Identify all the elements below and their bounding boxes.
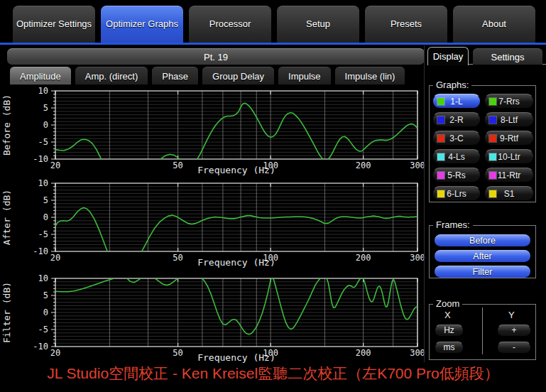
optimizer-app: Optimizer Settings Optimizer Graphs Proc…: [0, 0, 546, 392]
measurement-point-title: Pt. 19: [7, 48, 425, 65]
x-tick-label: 300: [410, 253, 425, 263]
tab-amplitude[interactable]: Amplitude: [10, 67, 71, 85]
y-tick-label: -10: [33, 342, 48, 352]
x-tick-label: 200: [356, 160, 371, 170]
channel-color-chip: [437, 116, 444, 124]
channel-button-5-Rs[interactable]: 5-Rs: [432, 168, 481, 183]
tab-phase[interactable]: Phase: [152, 67, 198, 85]
channel-button-6-Lrs[interactable]: 6-Lrs: [432, 186, 481, 201]
x-tick-label: 200: [356, 253, 371, 263]
zoom-x-hz-button[interactable]: Hz: [435, 325, 464, 337]
tab-about[interactable]: About: [453, 6, 535, 43]
after-response-graph: 1050-5-102050100200300Frequency (Hz)Afte…: [0, 176, 426, 268]
tab-processor[interactable]: Processor: [189, 6, 271, 43]
tab-group-delay[interactable]: Group Delay: [202, 67, 274, 85]
y-tick-label: 10: [38, 178, 48, 188]
y-tick-label: 0: [43, 212, 48, 222]
y-tick-label: 10: [38, 273, 48, 283]
y-tick-label: -5: [38, 325, 48, 334]
channel-button-grid: 1-L 7-Rrs 2-R 8-Ltf 3-C 9-Rtf 4-Ls 10-Lt…: [430, 86, 535, 201]
channel-color-chip: [489, 135, 496, 142]
channel-button-7-Rrs[interactable]: 7-Rrs: [484, 94, 534, 109]
channel-color-chip: [489, 116, 496, 124]
channel-button-label: 1-L: [450, 97, 462, 107]
channel-color-chip: [437, 153, 444, 160]
frame-button-before[interactable]: Before: [435, 234, 530, 246]
tab-presets[interactable]: Presets: [365, 6, 447, 43]
zoom-panel-divider: [482, 307, 483, 354]
x-tick-label: 300: [410, 160, 425, 170]
y-tick-label: 5: [43, 103, 48, 113]
channel-button-S1[interactable]: S1: [484, 186, 534, 201]
point-title-label: Pt. 19: [204, 52, 228, 62]
frame-button-filter[interactable]: Filter: [435, 266, 530, 278]
tab-setup[interactable]: Setup: [277, 6, 359, 43]
channel-button-11-Rtr[interactable]: 11-Rtr: [484, 168, 534, 183]
y-tick-label: 0: [43, 307, 48, 317]
x-tick-label: 20: [50, 160, 60, 170]
tab-settings[interactable]: Settings: [473, 48, 542, 65]
tab-optimizer-settings[interactable]: Optimizer Settings: [13, 6, 95, 43]
channel-color-chip: [437, 172, 444, 179]
y-tick-label: 5: [43, 290, 48, 300]
tab-impulse-lin[interactable]: Impulse (lin): [335, 67, 405, 85]
graphs-panel-legend: Graphs:: [433, 80, 471, 90]
channel-color-chip: [489, 153, 496, 160]
y-axis-title: Before (dB): [1, 94, 12, 156]
x-axis-title: Frequency (Hz): [197, 257, 275, 268]
tab-display[interactable]: Display: [427, 47, 469, 65]
y-tick-label: -5: [38, 229, 48, 239]
y-tick-label: 5: [43, 195, 48, 205]
channel-button-4-Ls[interactable]: 4-Ls: [432, 149, 481, 164]
tab-amp-direct[interactable]: Amp. (direct): [75, 67, 148, 85]
channel-button-8-Ltf[interactable]: 8-Ltf: [484, 112, 534, 127]
x-tick-label: 20: [50, 253, 60, 263]
channel-button-label: 2-R: [449, 115, 463, 125]
x-axis-title: Frequency (Hz): [197, 165, 275, 175]
channel-button-label: 4-Ls: [448, 152, 464, 162]
frames-button-list: Before After Filter: [430, 226, 535, 278]
zoom-panel-legend: Zoom: [433, 298, 462, 309]
channel-button-3-C[interactable]: 3-C: [432, 131, 481, 146]
panel-tab-bar: Display Settings: [427, 47, 546, 65]
y-tick-label: -10: [33, 154, 48, 164]
channel-color-chip: [437, 98, 444, 105]
channel-button-2-R[interactable]: 2-R: [432, 112, 481, 127]
channel-button-label: 8-Ltf: [501, 115, 518, 125]
filter-response-graph: 1050-5-102050100200300Frequency (Hz)Filt…: [0, 271, 426, 364]
session-caption: JL Studio空間校正 - Ken Kreisel監聽二次校正（左K700 …: [0, 364, 546, 383]
zoom-y-minus-button[interactable]: -: [497, 342, 531, 354]
channel-button-9-Rtf[interactable]: 9-Rtf: [484, 131, 534, 146]
y-tick-label: -10: [33, 246, 48, 256]
zoom-y-plus-button[interactable]: +: [497, 325, 531, 337]
y-tick-label: 10: [38, 86, 48, 96]
channel-button-1-L[interactable]: 1-L: [432, 94, 481, 109]
channel-button-label: 3-C: [449, 134, 463, 143]
channel-button-label: 9-Rtf: [500, 134, 518, 143]
channel-color-chip: [437, 135, 444, 142]
tab-optimizer-graphs[interactable]: Optimizer Graphs: [101, 6, 183, 43]
x-tick-label: 50: [173, 253, 182, 263]
y-tick-label: 0: [43, 120, 48, 130]
channel-color-chip: [437, 190, 444, 197]
x-tick-label: 50: [173, 348, 182, 358]
y-axis-title: After (dB): [1, 190, 12, 245]
zoom-y-axis-label: Y: [508, 310, 515, 320]
panel-divider: [424, 45, 425, 362]
y-tick-label: -5: [38, 137, 48, 147]
channel-button-10-Ltr[interactable]: 10-Ltr: [484, 149, 534, 164]
x-tick-label: 200: [356, 348, 371, 358]
zoom-panel: Zoom X Y Hz ms + -: [429, 304, 536, 360]
tab-impulse[interactable]: Impulse: [278, 67, 331, 85]
channel-button-label: 6-Lrs: [447, 189, 466, 199]
channel-color-chip: [489, 190, 496, 197]
main-tab-bar: Optimizer Settings Optimizer Graphs Proc…: [13, 6, 535, 43]
frame-button-after[interactable]: After: [435, 250, 530, 262]
x-tick-label: 50: [173, 160, 182, 170]
x-axis-title: Frequency (Hz): [197, 352, 275, 363]
y-axis-title: Filter (dB): [1, 282, 12, 343]
channel-button-label: 5-Rs: [447, 170, 465, 180]
frames-panel-legend: Frames:: [433, 219, 473, 230]
zoom-x-ms-button[interactable]: ms: [435, 342, 464, 354]
graph-type-tab-bar: Amplitude Amp. (direct) Phase Group Dela…: [10, 67, 405, 84]
